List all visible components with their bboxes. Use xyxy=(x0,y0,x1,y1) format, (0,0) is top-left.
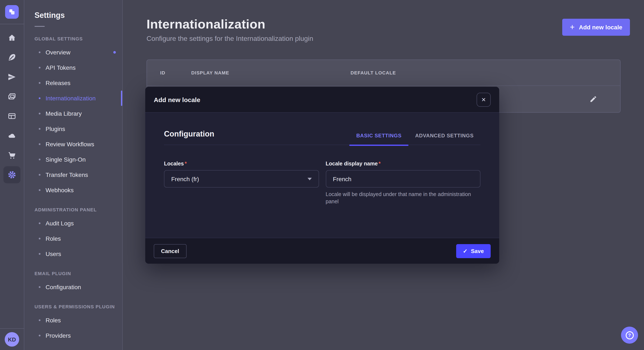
bullet-icon xyxy=(39,222,40,224)
sidebar-item-admin-roles[interactable]: Roles xyxy=(24,231,122,246)
bullet-icon xyxy=(39,238,40,239)
layout-icon[interactable] xyxy=(4,108,20,125)
add-new-locale-button[interactable]: + Add new locale xyxy=(562,19,630,36)
bullet-icon xyxy=(39,286,40,288)
tab-advanced-settings[interactable]: ADVANCED SETTINGS xyxy=(408,133,480,139)
sidebar-item-audit-logs[interactable]: Audit Logs xyxy=(24,216,122,231)
bullet-icon xyxy=(39,253,40,255)
bullet-icon xyxy=(39,113,40,114)
section-administration-panel: ADMINISTRATION PANEL xyxy=(34,207,122,212)
save-button[interactable]: ✓ Save xyxy=(456,244,491,258)
settings-sidebar: Settings GLOBAL SETTINGS Overview API To… xyxy=(24,0,123,350)
icon-rail: KD xyxy=(0,0,24,350)
bullet-icon xyxy=(39,128,40,130)
settings-gear-icon[interactable] xyxy=(4,166,20,183)
sidebar-item-overview[interactable]: Overview xyxy=(24,45,122,60)
page-subtitle: Configure the settings for the Internati… xyxy=(146,35,644,42)
rail-bottom-divider xyxy=(0,328,24,329)
active-indicator xyxy=(121,91,122,106)
settings-tabs: BASIC SETTINGS ADVANCED SETTINGS xyxy=(350,133,480,139)
strapi-logo-icon xyxy=(8,8,15,15)
chevron-down-icon xyxy=(307,177,312,180)
modal-title: Add new locale xyxy=(154,96,200,103)
bullet-icon xyxy=(39,319,40,321)
tab-basic-settings[interactable]: BASIC SETTINGS xyxy=(350,133,408,139)
sidebar-item-single-sign-on[interactable]: Single Sign-On xyxy=(24,152,122,167)
notification-dot xyxy=(113,51,116,54)
sidebar-title-divider xyxy=(34,26,45,27)
bullet-icon xyxy=(39,189,40,191)
display-name-hint: Locale will be displayed under that name… xyxy=(326,191,480,205)
cancel-button[interactable]: Cancel xyxy=(154,244,186,258)
sidebar-item-media-library[interactable]: Media Library xyxy=(24,106,122,121)
locales-label: Locales* xyxy=(164,161,187,167)
bullet-icon xyxy=(39,51,40,53)
table-header: ID DISPLAY NAME DEFAULT LOCALE xyxy=(147,60,620,86)
required-asterisk: * xyxy=(379,161,381,167)
sidebar-item-review-workflows[interactable]: Review Workflows xyxy=(24,137,122,152)
help-icon: ? xyxy=(626,331,634,339)
column-default-locale: DEFAULT LOCALE xyxy=(350,60,396,86)
media-library-icon[interactable] xyxy=(4,88,20,105)
sidebar-item-email-configuration[interactable]: Configuration xyxy=(24,279,122,295)
sidebar-item-plugins[interactable]: Plugins xyxy=(24,121,122,137)
sidebar-item-releases[interactable]: Releases xyxy=(24,75,122,91)
column-display-name: DISPLAY NAME xyxy=(191,60,229,86)
locales-field: Locales* French (fr) xyxy=(164,160,319,205)
display-name-input[interactable] xyxy=(326,170,480,187)
bullet-icon xyxy=(39,67,40,68)
required-asterisk: * xyxy=(185,161,187,167)
bullet-icon xyxy=(39,174,40,176)
rail-divider xyxy=(0,24,24,24)
bullet-icon xyxy=(39,143,40,145)
home-icon[interactable] xyxy=(4,29,20,46)
configuration-heading: Configuration xyxy=(164,130,214,139)
bullet-icon xyxy=(39,159,40,160)
edit-pencil-icon[interactable] xyxy=(590,95,597,103)
cloud-icon[interactable] xyxy=(4,127,20,144)
feather-icon[interactable] xyxy=(4,49,20,66)
cart-icon[interactable] xyxy=(4,147,20,164)
bullet-icon xyxy=(39,335,40,336)
sidebar-item-internationalization[interactable]: Internationalization xyxy=(24,91,122,106)
bullet-icon xyxy=(39,82,40,84)
sidebar-item-webhooks[interactable]: Webhooks xyxy=(24,182,122,198)
modal-footer: Cancel ✓ Save xyxy=(145,238,499,264)
check-icon: ✓ xyxy=(463,248,468,254)
modal-header: Add new locale ✕ xyxy=(145,87,499,113)
strapi-logo[interactable] xyxy=(5,5,19,19)
bullet-icon xyxy=(39,97,40,99)
modal-body: Configuration BASIC SETTINGS ADVANCED SE… xyxy=(145,113,499,205)
paper-plane-icon[interactable] xyxy=(4,68,20,85)
section-email-plugin: EMAIL PLUGIN xyxy=(34,271,122,276)
help-button[interactable]: ? xyxy=(621,327,638,344)
sidebar-item-users[interactable]: Users xyxy=(24,246,122,262)
close-icon[interactable]: ✕ xyxy=(476,93,491,107)
sidebar-title: Settings xyxy=(34,11,122,20)
section-users-permissions-plugin: USERS & PERMISSIONS PLUGIN xyxy=(34,304,122,309)
display-name-label: Locale display name* xyxy=(326,161,380,167)
section-global-settings: GLOBAL SETTINGS xyxy=(34,36,122,41)
display-name-field: Locale display name* Locale will be disp… xyxy=(326,160,480,205)
sidebar-item-providers[interactable]: Providers xyxy=(24,328,122,343)
add-locale-modal: Add new locale ✕ Configuration BASIC SET… xyxy=(145,87,499,264)
plus-icon: + xyxy=(570,23,574,31)
user-avatar[interactable]: KD xyxy=(5,332,19,347)
column-id: ID xyxy=(160,60,165,86)
sidebar-item-up-roles[interactable]: Roles xyxy=(24,313,122,328)
sidebar-item-transfer-tokens[interactable]: Transfer Tokens xyxy=(24,167,122,182)
locales-select[interactable]: French (fr) xyxy=(164,170,319,187)
sidebar-item-api-tokens[interactable]: API Tokens xyxy=(24,60,122,75)
strapi-admin: KD Settings GLOBAL SETTINGS Overview API… xyxy=(0,0,644,350)
